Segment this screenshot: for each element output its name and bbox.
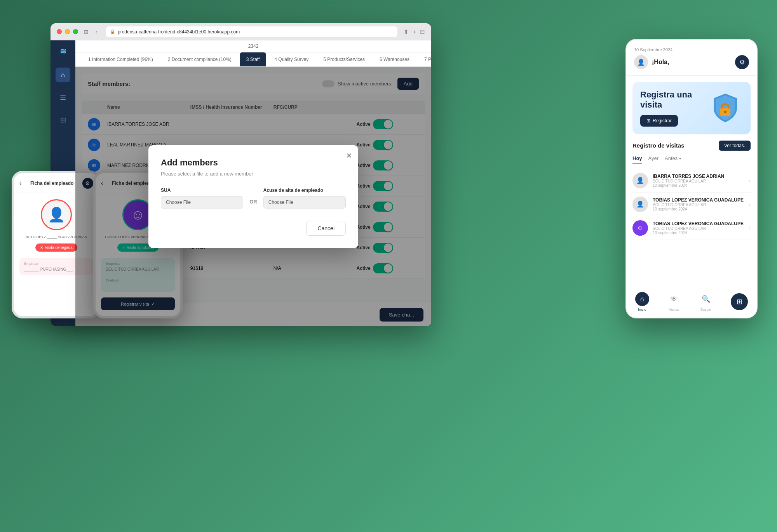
visit-name-2: TOBIAS LOPEZ VERONICA GUADALUPE bbox=[653, 197, 744, 203]
chevron-down-icon: ▾ bbox=[679, 156, 681, 161]
visit-info-2: TOBIAS LOPEZ VERONICA GUADALUPE SOLICITU… bbox=[653, 197, 744, 211]
visit-avatar-3: ☺ bbox=[632, 220, 648, 236]
tabs-icon[interactable]: ⊟ bbox=[420, 28, 425, 35]
or-divider: OR bbox=[249, 199, 257, 205]
visit-registry-header: Registro de visitas Ver todas. bbox=[632, 141, 751, 151]
denied-icon: ✕ bbox=[40, 245, 43, 250]
phone-1-avatar: 👤 bbox=[41, 199, 72, 230]
window-body: ≋ ⌂ ☰ ⊟ 2342 1 Information Completed (96… bbox=[51, 40, 431, 326]
traffic-lights bbox=[57, 29, 78, 34]
nav-buscar[interactable]: 🔍 Buscar bbox=[699, 292, 713, 311]
visit-company-1: SOLICITUD ORREA AGUILAR bbox=[653, 179, 744, 183]
modal-close-button[interactable]: ✕ bbox=[346, 151, 352, 160]
modal-actions: Cancel bbox=[161, 221, 346, 236]
tab-assignment[interactable]: 7 Product Assignment bbox=[418, 52, 431, 66]
visit-item-1[interactable]: 👤 IBARRA TORRES JOSE ADRIAN SOLICITUD OR… bbox=[632, 169, 751, 193]
cancel-button[interactable]: Cancel bbox=[306, 221, 346, 236]
sidebar-logo: ≋ bbox=[60, 47, 66, 56]
nav-grid[interactable]: ⊞ bbox=[731, 293, 748, 310]
tab-quality[interactable]: 4 Quality Survey bbox=[268, 52, 315, 66]
tab-antes[interactable]: Antes ▾ bbox=[665, 155, 681, 163]
greeting-text-block: ¡Hola, ______ ________ bbox=[652, 59, 709, 66]
tab-hoy[interactable]: Hoy bbox=[632, 155, 642, 163]
page-number: 2342 bbox=[248, 43, 259, 49]
tabs-bar: 1 Information Completed (96%) 2 Document… bbox=[75, 52, 431, 67]
tab-info[interactable]: 1 Information Completed (96%) bbox=[82, 52, 160, 66]
eye-icon: 👁 bbox=[667, 292, 681, 306]
title-bar: ⊞ ‹ 🔒 prodensa-cattenna-frontend-c84434b… bbox=[51, 23, 431, 40]
register-btn-label: Registrar bbox=[653, 118, 672, 123]
banner-shield-icon bbox=[708, 90, 743, 125]
banner-title: Registra unavisita bbox=[640, 90, 692, 110]
search-icon: 🔍 bbox=[699, 292, 713, 306]
user-avatar: 👤 bbox=[634, 55, 648, 69]
visit-avatar-2: 👤 bbox=[632, 196, 648, 212]
url-text: prodensa-cattenna-frontend-c84434bf1e00.… bbox=[118, 29, 240, 35]
visit-name-3: TOBIAS LOPEZ VERONICA GUADALUPE bbox=[653, 221, 744, 226]
share-icon[interactable]: ⬆ bbox=[404, 28, 409, 35]
tab-products[interactable]: 5 Products/Services bbox=[317, 52, 371, 66]
nav-inicio-label: Inicio bbox=[638, 308, 646, 311]
register-banner-button[interactable]: ⊞ Registrar bbox=[640, 115, 678, 127]
fullscreen-button[interactable] bbox=[73, 29, 78, 34]
acuse-file-input[interactable]: Choose File bbox=[263, 196, 346, 209]
lock-icon: 🔒 bbox=[110, 29, 115, 34]
banner-content: Registra unavisita ⊞ Registrar bbox=[640, 90, 692, 127]
home-icon: ⌂ bbox=[635, 292, 649, 306]
greeting-user-name: ______ ________ bbox=[671, 60, 709, 65]
sua-form-group: SUA Choose File bbox=[161, 188, 243, 209]
nav-visitas-label: Visitas bbox=[669, 308, 679, 311]
main-content: 2342 1 Information Completed (96%) 2 Doc… bbox=[75, 40, 431, 326]
register-icon: ⊞ bbox=[646, 118, 650, 123]
tab-staff[interactable]: 3 Staff bbox=[240, 52, 266, 66]
panel-greeting-row: 👤 ¡Hola, ______ ________ ⚙ bbox=[634, 55, 749, 69]
sua-file-input[interactable]: Choose File bbox=[161, 196, 243, 209]
back-icon[interactable]: ‹ bbox=[93, 28, 100, 35]
close-button[interactable] bbox=[57, 29, 62, 34]
new-tab-icon[interactable]: + bbox=[413, 28, 416, 35]
settings-button[interactable]: ⚙ bbox=[735, 55, 749, 69]
url-bar[interactable]: 🔒 prodensa-cattenna-frontend-c84434bf1e0… bbox=[106, 26, 397, 37]
tab-ayer[interactable]: Ayer bbox=[648, 155, 659, 163]
sidebar-item-home[interactable]: ⌂ bbox=[56, 68, 70, 82]
right-panel: 10 Septiembre 2024 👤 ¡Hola, ______ _____… bbox=[625, 39, 758, 318]
visit-company-3: SOLICITUD ORREA AGUILAR bbox=[653, 226, 744, 231]
person-icon: 👤 bbox=[48, 207, 65, 223]
acuse-form-group: Acuse de alta de empleado Choose File bbox=[263, 188, 346, 209]
visit-info-3: TOBIAS LOPEZ VERONICA GUADALUPE SOLICITU… bbox=[653, 221, 744, 235]
sidebar-item-buildings[interactable]: ⊟ bbox=[56, 113, 70, 127]
visit-date-1: 10 septiembre 2024 bbox=[653, 183, 744, 188]
right-panel-header: 10 Septiembre 2024 👤 ¡Hola, ______ _____… bbox=[626, 40, 757, 76]
sidebar-item-docs[interactable]: ☰ bbox=[56, 90, 70, 105]
chevron-right-icon: › bbox=[749, 177, 751, 184]
nav-inicio[interactable]: ⌂ Inicio bbox=[635, 292, 649, 311]
add-members-modal: ✕ Add members Please select a file to ad… bbox=[148, 145, 358, 248]
visit-item-3[interactable]: ☺ TOBIAS LOPEZ VERONICA GUADALUPE SOLICI… bbox=[632, 216, 751, 240]
window-right-controls: ⬆ + ⊟ bbox=[404, 28, 425, 35]
sidebar-toggle-icon[interactable]: ⊞ bbox=[83, 28, 90, 35]
minimize-button[interactable] bbox=[65, 29, 70, 34]
visit-date-2: 10 septiembre 2024 bbox=[653, 207, 744, 211]
nav-visitas[interactable]: 👁 Visitas bbox=[667, 292, 681, 311]
visit-avatar-1: 👤 bbox=[632, 173, 648, 188]
registry-title: Registro de visitas bbox=[632, 142, 684, 149]
tab-warehouses[interactable]: 6 Warehouses bbox=[373, 52, 416, 66]
bottom-nav: ⌂ Inicio 👁 Visitas 🔍 Buscar ⊞ bbox=[626, 288, 757, 318]
modal-form: SUA Choose File OR Acuse de alta de empl… bbox=[161, 188, 346, 209]
greeting-hello: ¡Hola, ______ ________ bbox=[652, 59, 709, 66]
svg-point-1 bbox=[724, 111, 726, 113]
content-area: Staff members: Show inactive members Add… bbox=[75, 67, 431, 326]
phone-1-back-icon[interactable]: ‹ bbox=[19, 180, 21, 187]
tab-doc[interactable]: 2 Document compliance (10%) bbox=[161, 52, 238, 66]
ver-todas-button[interactable]: Ver todas. bbox=[719, 141, 751, 151]
nav-buscar-label: Buscar bbox=[700, 308, 711, 311]
visit-banner: Registra unavisita ⊞ Registrar bbox=[632, 82, 751, 134]
chevron-right-icon-2: › bbox=[749, 201, 751, 207]
visit-info-1: IBARRA TORRES JOSE ADRIAN SOLICITUD ORRE… bbox=[653, 174, 744, 188]
chevron-right-icon-3: › bbox=[749, 225, 751, 231]
grid-icon: ⊞ bbox=[731, 293, 748, 310]
visit-item-2[interactable]: 👤 TOBIAS LOPEZ VERONICA GUADALUPE SOLICI… bbox=[632, 193, 751, 216]
modal-overlay: ✕ Add members Please select a file to ad… bbox=[75, 67, 431, 326]
top-number-bar: 2342 bbox=[75, 40, 431, 52]
window-controls: ⊞ ‹ bbox=[83, 28, 100, 35]
